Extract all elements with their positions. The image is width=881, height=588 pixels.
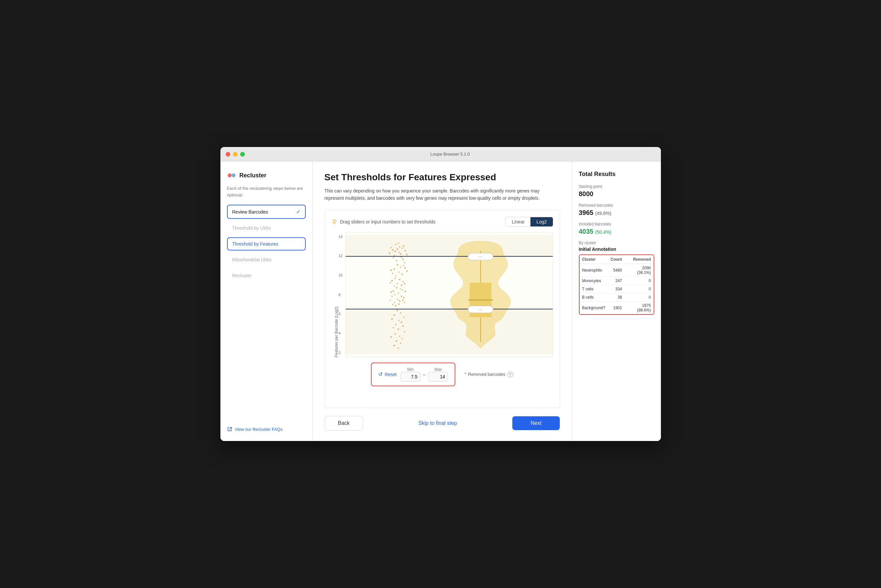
skip-button[interactable]: Skip to final step — [418, 420, 457, 426]
scale-log2-button[interactable]: Log2 — [530, 217, 553, 226]
cluster-count: 247 — [608, 277, 625, 285]
panel-title: Total Results — [579, 171, 654, 178]
footer-buttons: Back Skip to final step Next — [325, 416, 560, 430]
svg-point-24 — [404, 262, 405, 263]
svg-point-65 — [397, 309, 399, 311]
close-button[interactable] — [226, 152, 230, 156]
max-field: Max — [428, 367, 448, 382]
app-body: Recluster Each of the reclustering steps… — [220, 162, 661, 441]
back-button[interactable]: Back — [325, 416, 363, 430]
removed-barcodes-label: Removed barcodes — [579, 203, 654, 208]
cluster-table: Cluster Count Removed Neutrophils 5480 2… — [580, 255, 654, 314]
svg-point-19 — [402, 259, 404, 260]
svg-point-63 — [395, 305, 397, 306]
svg-point-84 — [398, 347, 399, 349]
sidebar-item-review-barcodes[interactable]: Review Barcodes ✓ — [227, 205, 306, 219]
table-row: Background? 1901 1875 (98.6%) — [580, 302, 654, 314]
sidebar-description: Each of the reclustering steps below are… — [227, 185, 306, 198]
next-button[interactable]: Next — [512, 416, 560, 430]
reset-button[interactable]: ↺ Reset — [378, 371, 397, 377]
minimize-button[interactable] — [233, 152, 238, 156]
cluster-removed: 0 — [625, 285, 654, 293]
cluster-table-header: Cluster Count Removed — [580, 255, 654, 264]
svg-point-18 — [398, 242, 399, 244]
tick-12: 12 — [339, 254, 343, 258]
chart-area: Features per Barcode (Log2) 14 12 10 8 6… — [331, 232, 553, 357]
table-row: B cells 38 0 — [580, 293, 654, 302]
tick-4: 4 — [339, 331, 343, 335]
svg-point-69 — [391, 318, 393, 320]
svg-point-0 — [228, 173, 232, 177]
svg-point-68 — [403, 316, 404, 318]
recluster-icon — [227, 171, 236, 180]
svg-text:⋯: ⋯ — [479, 308, 482, 311]
cluster-count: 1901 — [608, 302, 625, 314]
min-input[interactable] — [401, 372, 420, 382]
col-cluster: Cluster — [580, 255, 608, 264]
sidebar-faq-link[interactable]: View our Recluster FAQs — [227, 426, 306, 432]
threshold-separator: – — [423, 372, 426, 377]
svg-point-76 — [404, 331, 405, 332]
svg-point-22 — [396, 260, 397, 261]
page-title: Set Thresholds for Features Expressed — [325, 172, 560, 183]
info-icon[interactable]: ? — [507, 372, 513, 377]
svg-point-59 — [402, 300, 404, 301]
svg-point-16 — [394, 255, 395, 256]
scale-linear-button[interactable]: Linear — [506, 217, 530, 226]
svg-point-55 — [403, 297, 405, 298]
reset-label: Reset — [385, 372, 397, 377]
svg-point-74 — [393, 327, 394, 328]
top-threshold-handle[interactable]: ⋯ — [468, 253, 493, 260]
tick-14: 14 — [339, 235, 343, 238]
svg-point-44 — [390, 282, 391, 284]
svg-point-72 — [395, 324, 396, 325]
starting-point-value: 8000 — [579, 190, 654, 198]
svg-point-12 — [390, 247, 392, 248]
included-barcodes-pct: (50.4%) — [595, 230, 611, 235]
svg-point-81 — [396, 340, 397, 342]
reset-icon: ↺ — [378, 371, 382, 377]
main-content: Set Thresholds for Features Expressed Th… — [313, 162, 572, 441]
svg-point-5 — [397, 248, 399, 250]
svg-point-32 — [392, 273, 393, 274]
maximize-button[interactable] — [240, 152, 245, 156]
svg-point-77 — [394, 333, 396, 334]
svg-point-48 — [402, 290, 403, 291]
sidebar-item-threshold-umis[interactable]: Threshold by UMIs — [227, 222, 306, 235]
chart-container: Drag sliders or input numbers to set thr… — [325, 210, 560, 408]
svg-point-27 — [393, 268, 395, 270]
tick-6: 6 — [339, 312, 343, 316]
y-axis-label: Features per Barcode (Log2) — [331, 232, 339, 357]
svg-point-30 — [399, 271, 400, 273]
svg-point-56 — [397, 298, 398, 300]
sidebar-item-recluster[interactable]: Recluster — [227, 269, 306, 282]
annotation-title: Initial Annotation — [579, 246, 654, 252]
svg-point-8 — [401, 248, 403, 249]
bottom-threshold-handle[interactable]: ⋯ — [468, 306, 493, 313]
svg-point-82 — [400, 343, 401, 344]
cluster-removed: 2090 (38.1%) — [625, 264, 654, 277]
svg-point-13 — [400, 253, 401, 255]
svg-point-80 — [401, 338, 403, 339]
svg-point-75 — [397, 328, 399, 330]
scale-toggle: Linear Log2 — [505, 217, 553, 227]
sidebar-item-threshold-features[interactable]: Threshold by Features — [227, 237, 306, 250]
svg-point-61 — [398, 303, 400, 305]
svg-text:⋯: ⋯ — [479, 255, 482, 258]
main-window: Loupe Browser 5.1.0 Recluster Each of th… — [220, 147, 661, 441]
svg-point-62 — [404, 302, 405, 303]
threshold-inputs: Min – Max — [401, 367, 448, 382]
svg-point-49 — [390, 291, 392, 293]
svg-point-28 — [403, 265, 404, 266]
titlebar: Loupe Browser 5.1.0 — [220, 147, 661, 162]
svg-point-31 — [404, 267, 406, 268]
svg-point-33 — [401, 273, 403, 275]
sidebar-item-mitochondrial-umis[interactable]: Mitochondrial UMIs — [227, 253, 306, 266]
y-axis-ticks: 14 12 10 8 6 4 2 — [339, 232, 343, 357]
sidebar-title: Recluster — [240, 172, 267, 179]
max-input[interactable] — [428, 372, 448, 382]
cluster-removed: 1875 (98.6%) — [625, 302, 654, 314]
svg-point-14 — [395, 244, 396, 245]
step-label-threshold-umis: Threshold by UMIs — [232, 225, 271, 231]
svg-point-54 — [391, 296, 393, 297]
